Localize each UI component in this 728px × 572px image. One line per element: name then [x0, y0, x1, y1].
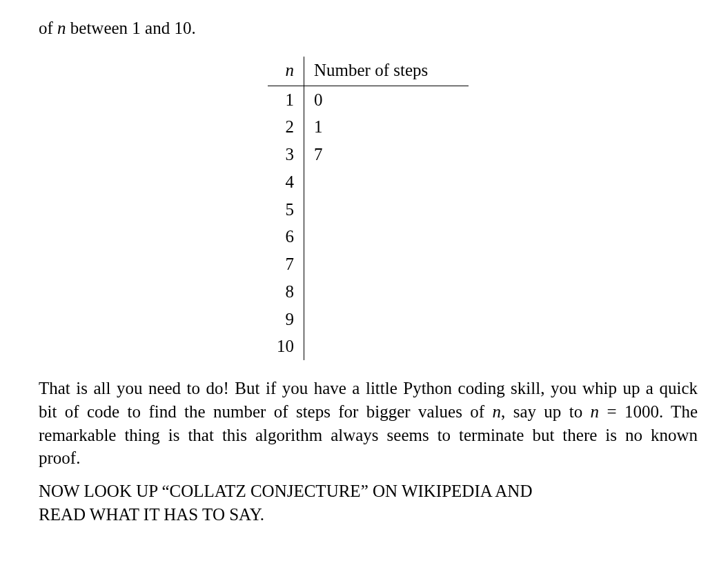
cell-steps — [304, 196, 469, 224]
cell-n: 9 — [268, 306, 304, 333]
table-header-n: n — [268, 57, 304, 86]
cell-steps — [304, 306, 469, 333]
cell-steps — [304, 278, 469, 306]
table-row: 9 — [268, 306, 469, 333]
table-row: 10 — [268, 86, 469, 113]
intro-fragment: of n between 1 and 10. — [39, 17, 698, 40]
table-row: 6 — [268, 223, 469, 250]
cell-n: 10 — [268, 333, 304, 360]
cell-steps — [304, 168, 469, 196]
cell-n: 1 — [268, 86, 304, 113]
cell-steps: 7 — [304, 141, 469, 168]
cell-steps — [304, 250, 469, 278]
page: of n between 1 and 10. n Number of steps… — [0, 0, 728, 572]
collatz-table: n Number of steps 10 21 37 4 5 6 7 8 9 1… — [268, 57, 469, 360]
body-var-n-2: n — [591, 402, 600, 421]
directive-paragraph: NOW LOOK UP “COLLATZ CONJECTURE” ON WIKI… — [39, 480, 698, 526]
table-row: 5 — [268, 196, 469, 224]
table-row: 4 — [268, 168, 469, 196]
cell-n: 3 — [268, 141, 304, 168]
cell-steps — [304, 333, 469, 360]
cell-n: 7 — [268, 250, 304, 278]
directive-line-2: READ WHAT IT HAS TO SAY. — [39, 505, 264, 524]
cell-steps: 0 — [304, 86, 469, 113]
table-header-row: n Number of steps — [268, 57, 469, 86]
cell-n: 2 — [268, 113, 304, 141]
table-row: 37 — [268, 141, 469, 168]
cell-steps: 1 — [304, 113, 469, 141]
table-row: 21 — [268, 113, 469, 141]
table-row: 10 — [268, 333, 469, 360]
intro-var-n: n — [57, 19, 66, 37]
cell-steps — [304, 223, 469, 250]
cell-n: 5 — [268, 196, 304, 224]
cell-n: 6 — [268, 223, 304, 250]
collatz-table-wrap: n Number of steps 10 21 37 4 5 6 7 8 9 1… — [39, 57, 698, 360]
table-body: 10 21 37 4 5 6 7 8 9 10 — [268, 86, 469, 360]
body-seg2: , say up to — [501, 402, 591, 421]
body-paragraph: That is all you need to do! But if you h… — [39, 377, 698, 470]
directive-line-1: NOW LOOK UP “COLLATZ CONJECTURE” ON WIKI… — [39, 482, 532, 500]
table-row: 8 — [268, 278, 469, 306]
body-var-n-1: n — [493, 402, 502, 421]
intro-suffix: between 1 and 10. — [66, 19, 196, 37]
cell-n: 8 — [268, 278, 304, 306]
table-header-steps: Number of steps — [304, 57, 469, 86]
table-row: 7 — [268, 250, 469, 278]
cell-n: 4 — [268, 168, 304, 196]
intro-prefix: of — [39, 19, 57, 37]
table-header-n-label: n — [286, 61, 295, 79]
